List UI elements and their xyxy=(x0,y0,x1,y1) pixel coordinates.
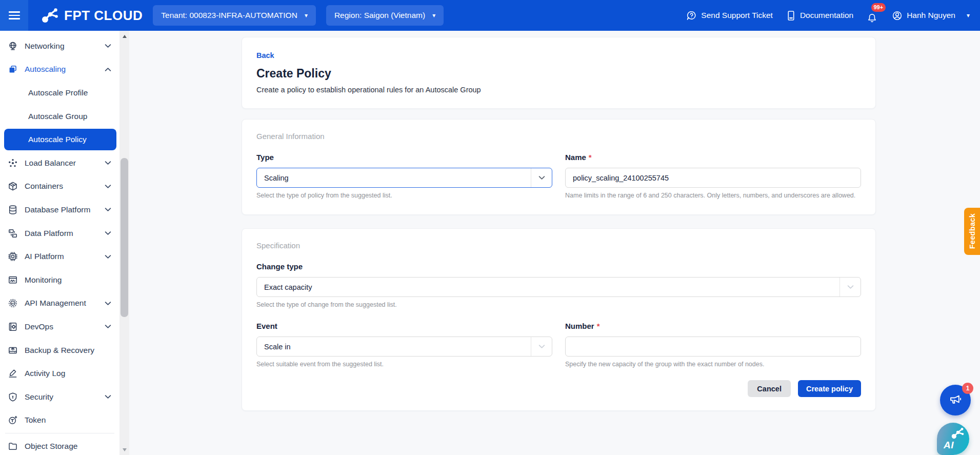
chevron-down-icon xyxy=(105,254,111,259)
caret-down-icon: ▾ xyxy=(432,12,435,19)
announcements-button[interactable]: 1 xyxy=(940,385,971,416)
ai-assistant-button[interactable]: AI xyxy=(937,423,969,455)
chevron-down-icon xyxy=(105,44,111,48)
sidebar-item-label: Monitoring xyxy=(25,275,62,285)
sidebar-item-label: Autoscaling xyxy=(25,65,66,74)
number-input[interactable] xyxy=(565,337,861,357)
send-support-ticket-button[interactable]: Send Support Ticket xyxy=(686,10,773,21)
page-subtitle: Create a policy to establish operational… xyxy=(256,86,861,94)
section-heading-specification: Specification xyxy=(256,241,861,250)
sidebar-item-load-balancer[interactable]: Load Balancer xyxy=(0,151,119,175)
chevron-down-icon xyxy=(105,324,111,329)
feedback-tab[interactable]: Feedback xyxy=(964,208,980,255)
chevron-down-icon xyxy=(840,285,861,289)
number-label-text: Number xyxy=(565,322,594,330)
monitor-icon xyxy=(7,274,18,285)
event-select[interactable]: Scale in xyxy=(256,337,552,357)
sidebar-item-label: Load Balancer xyxy=(25,159,76,168)
event-value: Scale in xyxy=(257,343,531,351)
back-link[interactable]: Back xyxy=(256,51,274,60)
brand-logo[interactable]: FPT CLOUD xyxy=(42,8,143,24)
bell-icon xyxy=(867,13,877,24)
fpt-molecule-icon xyxy=(42,8,59,23)
sidebar-item-activity-log[interactable]: Activity Log xyxy=(0,362,119,385)
sidebar-item-security[interactable]: Security xyxy=(0,385,119,409)
scrollbar-up-arrow[interactable] xyxy=(119,32,129,41)
caret-down-icon: ▾ xyxy=(305,12,308,19)
sidebar-item-label: Object Storage xyxy=(25,442,77,451)
notifications-button[interactable]: 99+ xyxy=(867,8,877,24)
scrollbar-thumb[interactable] xyxy=(121,158,128,317)
feedback-label: Feedback xyxy=(968,213,976,249)
sidebar-item-ai-platform[interactable]: AI Platform xyxy=(0,245,119,268)
sidebar-item-data-platform[interactable]: Data Platform xyxy=(0,222,119,245)
sidebar-item-label: Autoscale Group xyxy=(28,112,87,121)
notification-badge: 99+ xyxy=(871,3,886,12)
sidebar-item-devops[interactable]: DevOps xyxy=(0,315,119,339)
sidebar: NetworkingAutoscalingAutoscale ProfileAu… xyxy=(0,31,119,455)
sidebar-divider xyxy=(5,433,114,433)
globe-icon xyxy=(7,41,18,51)
sidebar-item-label: Networking xyxy=(25,42,65,51)
scrollbar-down-arrow[interactable] xyxy=(119,445,129,454)
top-nav: FPT CLOUD Tenant: 000823-INFRA-AUTOMATIO… xyxy=(0,0,980,31)
loadbalancer-icon xyxy=(7,157,18,168)
specification-card: Specification Change type Exact capacity… xyxy=(242,228,876,411)
sidebar-item-autoscale-policy[interactable]: Autoscale Policy xyxy=(4,129,116,150)
chevron-down-icon xyxy=(531,344,552,349)
event-label-text: Event xyxy=(256,322,277,330)
sidebar-scrollbar[interactable] xyxy=(119,31,129,455)
required-asterisk: * xyxy=(597,322,600,330)
name-help: Name limits in the range of 6 and 250 ch… xyxy=(565,192,861,199)
type-select[interactable]: Scaling xyxy=(256,168,552,188)
sidebar-item-label: Security xyxy=(25,392,53,402)
user-menu[interactable]: Hanh Nguyen ▾ xyxy=(892,10,970,21)
change-type-select[interactable]: Exact capacity xyxy=(256,277,861,297)
section-heading-general: General Information xyxy=(256,132,861,141)
sidebar-item-autoscale-group[interactable]: Autoscale Group xyxy=(0,105,119,128)
chevron-down-icon xyxy=(105,231,111,235)
documentation-button[interactable]: Documentation xyxy=(786,10,853,21)
name-input[interactable] xyxy=(565,168,861,188)
region-select[interactable]: Region: Saigon (Vietnam) ▾ xyxy=(326,5,444,26)
chevron-down-icon xyxy=(531,175,552,180)
sidebar-item-backup-recovery[interactable]: Backup & Recovery xyxy=(0,339,119,362)
event-label: Event xyxy=(256,322,552,330)
type-label-text: Type xyxy=(256,153,274,162)
database-icon xyxy=(7,204,18,215)
sidebar-item-object-storage[interactable]: Object Storage xyxy=(0,434,119,455)
region-label: Region: Saigon (Vietnam) xyxy=(334,11,425,20)
sidebar-item-autoscale-profile[interactable]: Autoscale Profile xyxy=(0,81,119,105)
sidebar-item-api-management[interactable]: APIAPI Management xyxy=(0,292,119,315)
sidebar-item-networking[interactable]: Networking xyxy=(0,34,119,58)
number-help: Specify the new capacity of the group wi… xyxy=(565,361,861,368)
dataplatform-icon xyxy=(7,228,18,239)
api-icon: API xyxy=(7,298,18,309)
token-icon xyxy=(7,415,18,426)
sidebar-item-label: DevOps xyxy=(25,322,53,331)
sidebar-item-label: API Management xyxy=(25,299,86,308)
announcement-badge: 1 xyxy=(962,383,973,394)
cancel-button[interactable]: Cancel xyxy=(748,380,791,397)
sidebar-item-label: Token xyxy=(25,416,46,425)
sidebar-item-label: Containers xyxy=(25,182,63,191)
menu-toggle-button[interactable] xyxy=(0,0,28,31)
sidebar-item-label: Database Platform xyxy=(25,205,90,214)
sidebar-item-containers[interactable]: Containers xyxy=(0,175,119,199)
sidebar-item-label: AI Platform xyxy=(25,252,64,261)
sidebar-item-monitoring[interactable]: Monitoring xyxy=(0,268,119,292)
tenant-select[interactable]: Tenant: 000823-INFRA-AUTOMATION ▾ xyxy=(153,5,316,26)
documentation-icon xyxy=(786,10,796,21)
sidebar-item-token[interactable]: Token xyxy=(0,409,119,432)
sidebar-item-label: Autoscale Profile xyxy=(28,88,88,97)
page-header-card: Back Create Policy Create a policy to es… xyxy=(242,37,876,109)
create-policy-button[interactable]: Create policy xyxy=(798,380,861,397)
sidebar-item-label: Data Platform xyxy=(25,229,73,238)
required-asterisk: * xyxy=(589,153,592,162)
shield-icon xyxy=(7,391,18,402)
ai-molecule-icon xyxy=(951,427,965,441)
sidebar-item-autoscaling[interactable]: Autoscaling xyxy=(0,58,119,82)
sidebar-item-database-platform[interactable]: Database Platform xyxy=(0,198,119,222)
name-label: Name* xyxy=(565,153,861,162)
number-label: Number* xyxy=(565,322,861,330)
